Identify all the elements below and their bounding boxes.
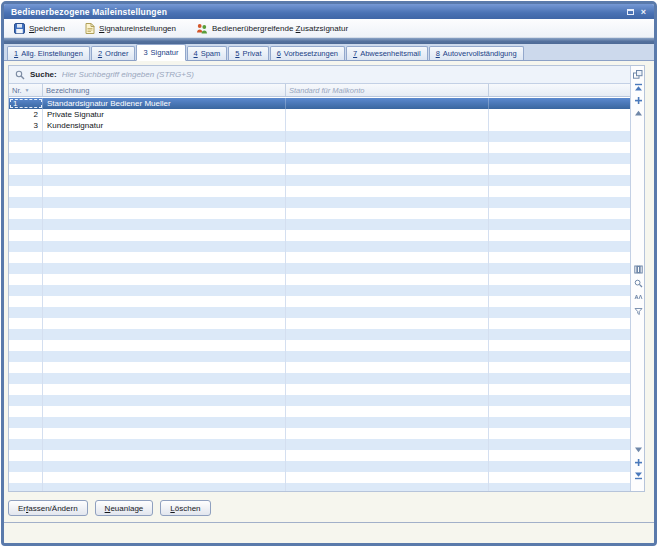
tab-vorbesetzungen[interactable]: 6Vorbesetzungen	[270, 46, 345, 60]
cell-standard	[286, 164, 489, 175]
cell-empty	[489, 483, 630, 491]
cell-empty	[489, 384, 630, 395]
view-columns-icon[interactable]	[632, 263, 644, 275]
cell-empty	[489, 153, 630, 164]
footer-button-bar: Erfassen/ÄndernNeuanlageLöschen	[8, 500, 211, 516]
cell-standard	[286, 252, 489, 263]
cell-standard	[286, 142, 489, 153]
cell-standard	[286, 208, 489, 219]
tab-autovervollständigung[interactable]: 8Autovervollständigung	[429, 46, 524, 60]
cell-nr	[9, 153, 43, 164]
cell-bezeichnung	[43, 384, 286, 395]
cell-standard	[286, 285, 489, 296]
cell-standard	[286, 439, 489, 450]
cell-bezeichnung	[43, 208, 286, 219]
cell-standard	[286, 351, 489, 362]
titlebar[interactable]: Bedienerbezogene Maileinstellungen ×	[4, 4, 654, 19]
tab-abwesenheitsmail[interactable]: 7Abwesenheitsmail	[346, 46, 428, 60]
cell-nr	[9, 395, 43, 406]
table-header-row: Nr.▼BezeichnungStandard für Mailkonto	[9, 84, 644, 97]
plus-icon[interactable]	[632, 456, 644, 468]
cell-bezeichnung	[43, 131, 286, 142]
cell-empty	[489, 219, 630, 230]
cell-nr	[9, 362, 43, 373]
cross-user-signature-button[interactable]: Bedienerübergreifende Zusatzsignatur	[193, 21, 351, 36]
cell-empty	[489, 164, 630, 175]
neuanlage-button[interactable]: Neuanlage	[95, 500, 154, 516]
cell-empty	[489, 263, 630, 274]
cell-standard	[286, 318, 489, 329]
table-row[interactable]: 2Private Signatur	[9, 109, 630, 120]
cell-bezeichnung	[43, 483, 286, 491]
column-header-empty[interactable]	[489, 84, 644, 96]
empty-row	[9, 362, 630, 373]
table-row[interactable]: 1Standardsignatur Bediener Mueller	[9, 98, 630, 109]
empty-row	[9, 395, 630, 406]
cell-empty	[489, 120, 630, 131]
cell-nr	[9, 329, 43, 340]
signature-settings-button-label: Signatureinstellungen	[99, 24, 176, 33]
cell-nr	[9, 241, 43, 252]
cell-empty	[489, 252, 630, 263]
tab-privat[interactable]: 5Privat	[228, 46, 268, 60]
cell-bezeichnung: Kundensignatur	[43, 120, 286, 131]
empty-row	[9, 131, 630, 142]
tab-ordner[interactable]: 2Ordner	[91, 46, 136, 60]
cell-empty	[489, 208, 630, 219]
toolbar: SpeichernSignatureinstellungenBedienerüb…	[4, 19, 654, 38]
restore-icon[interactable]	[624, 6, 637, 17]
scroll-up-icon[interactable]	[632, 107, 644, 119]
empty-row	[9, 307, 630, 318]
cell-nr	[9, 142, 43, 153]
cell-nr: 1	[9, 98, 43, 109]
empty-row	[9, 461, 630, 472]
cell-standard	[286, 230, 489, 241]
cell-bezeichnung	[43, 164, 286, 175]
window-bottom-strip	[4, 523, 654, 543]
cell-standard	[286, 373, 489, 384]
erfassen-aendern-button[interactable]: Erfassen/Ändern	[8, 500, 88, 516]
tab-signatur[interactable]: 3Signatur	[136, 44, 185, 61]
signature-settings-button[interactable]: Signatureinstellungen	[82, 21, 179, 36]
empty-row	[9, 241, 630, 252]
column-header-bezeichnung[interactable]: Bezeichnung	[43, 84, 286, 96]
cell-nr	[9, 373, 43, 384]
filter-icon[interactable]	[632, 305, 644, 317]
save-button[interactable]: Speichern	[11, 21, 68, 36]
goto-bottom-icon[interactable]	[632, 469, 644, 481]
cell-nr: 2	[9, 109, 43, 120]
cell-nr	[9, 472, 43, 483]
cell-standard	[286, 98, 489, 109]
cell-empty	[489, 318, 630, 329]
cell-empty	[489, 307, 630, 318]
auto-filter-icon[interactable]	[632, 291, 644, 303]
cell-empty	[489, 186, 630, 197]
cell-empty	[489, 395, 630, 406]
tab-spam[interactable]: 4Spam	[187, 46, 228, 60]
empty-row	[9, 318, 630, 329]
scroll-down-icon[interactable]	[632, 443, 644, 455]
cell-empty	[489, 142, 630, 153]
column-chooser-icon[interactable]	[632, 68, 644, 80]
search-input[interactable]	[62, 68, 644, 82]
cell-bezeichnung	[43, 351, 286, 362]
cell-standard	[286, 472, 489, 483]
column-header-nr-[interactable]: Nr.▼	[9, 84, 43, 96]
loeschen-button[interactable]: Löschen	[160, 500, 210, 516]
cell-standard	[286, 307, 489, 318]
close-icon[interactable]: ×	[637, 6, 650, 17]
cell-empty	[489, 175, 630, 186]
empty-row	[9, 439, 630, 450]
cell-nr	[9, 340, 43, 351]
cell-bezeichnung	[43, 175, 286, 186]
search-icon[interactable]	[632, 277, 644, 289]
save-icon	[14, 23, 25, 34]
column-header-standard-für-mailkonto[interactable]: Standard für Mailkonto	[286, 84, 489, 96]
table-row[interactable]: 3Kundensignatur	[9, 120, 630, 131]
goto-top-icon[interactable]	[632, 81, 644, 93]
cell-bezeichnung	[43, 461, 286, 472]
tab-allg-einstellungen[interactable]: 1Allg. Einstellungen	[7, 46, 90, 60]
cell-bezeichnung	[43, 329, 286, 340]
cell-bezeichnung	[43, 219, 286, 230]
plus-icon[interactable]	[632, 94, 644, 106]
